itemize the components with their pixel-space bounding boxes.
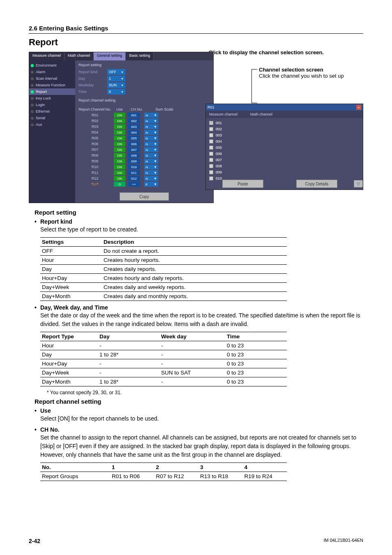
chno-cell[interactable]: 002	[128, 118, 140, 123]
checkbox-icon[interactable]	[209, 146, 213, 150]
list-item[interactable]: 003	[209, 132, 360, 138]
checkbox-icon[interactable]	[209, 133, 213, 137]
nav-environment[interactable]: Environment	[29, 62, 75, 69]
td: Creates daily and weekly reports.	[102, 283, 287, 292]
list-item[interactable]: 006	[209, 150, 360, 157]
chno-cell[interactable]: 001	[128, 113, 140, 118]
checkbox-icon[interactable]: ✓	[209, 121, 213, 125]
list-item[interactable]: 004	[209, 138, 360, 144]
tab-measure-channel[interactable]: Measure channel	[29, 52, 65, 60]
checkbox-icon[interactable]	[209, 139, 213, 143]
on-toggle[interactable]: ON	[114, 164, 125, 169]
sumscale-dropdown[interactable]: /s▼	[144, 170, 158, 175]
nav-login[interactable]: Login	[29, 102, 75, 108]
on-toggle[interactable]: ON	[114, 130, 125, 135]
list-item[interactable]: 008	[209, 163, 360, 169]
tab-basic-setting[interactable]: Basic setting	[126, 52, 154, 60]
on-toggle[interactable]: ON	[114, 124, 125, 129]
checkbox-icon[interactable]	[209, 158, 213, 162]
tab-math-channel[interactable]: Math channel	[65, 52, 94, 60]
desc-report-kind: Select the type of report to be created.	[40, 225, 363, 234]
sumscale-dropdown[interactable]: /s▼	[144, 130, 158, 135]
chno-cell[interactable]: 012	[128, 176, 140, 181]
field-weekday-dropdown[interactable]: SUN▼	[107, 82, 125, 88]
sumscale-dropdown[interactable]: /s▼	[144, 176, 158, 181]
heading-chno: CH No.	[35, 426, 363, 433]
down-arrow-icon[interactable]: ▽	[354, 180, 363, 187]
sumscale-dropdown[interactable]: /s▼	[144, 141, 158, 146]
doc-code: IM 04L21B01-64EN	[323, 538, 363, 544]
group-channel-setting: Report channel setting	[78, 98, 210, 102]
on-toggle[interactable]: ON	[114, 147, 125, 152]
nav-measure-function[interactable]: Measure Function	[29, 82, 75, 88]
checkbox-icon[interactable]	[209, 164, 213, 168]
chno-cell[interactable]: 008	[128, 153, 140, 158]
checkbox-icon[interactable]	[209, 170, 213, 174]
sumscale-dropdown[interactable]: /s▼	[144, 147, 158, 152]
field-label: Day	[78, 76, 107, 81]
sel-window-title: R01	[208, 105, 214, 109]
on-toggle[interactable]: ON	[114, 153, 125, 158]
on-toggle[interactable]: ON	[114, 141, 125, 146]
on-toggle[interactable]: ON	[114, 136, 125, 141]
chno-cell[interactable]: 006	[128, 141, 140, 146]
table-report-kind: SettingsDescription OFFDo not create a r…	[40, 237, 287, 301]
sumscale-dropdown[interactable]: /s▼	[144, 113, 158, 118]
nav-serial[interactable]: Serial	[29, 115, 75, 121]
on-toggle[interactable]: ON	[114, 118, 125, 123]
td: 1 to 28*	[98, 350, 159, 359]
nav-key-lock[interactable]: Key Lock	[29, 95, 75, 102]
sumscale-dropdown[interactable]: /s▼	[144, 118, 158, 123]
chno-cell[interactable]: 011	[128, 170, 140, 175]
on-toggle[interactable]: ON	[114, 159, 125, 164]
nav-aux[interactable]: Aux	[29, 121, 75, 128]
table-row: Day1 to 28*-0 to 23	[40, 350, 287, 359]
list-item[interactable]: ✓001	[209, 120, 360, 126]
td: Creates daily and monthly reports.	[102, 292, 287, 301]
field-label: Report kind	[78, 70, 107, 74]
close-icon[interactable]: ×	[356, 105, 361, 110]
sumscale-dropdown[interactable]: /s▼	[144, 164, 158, 169]
field-day-dropdown[interactable]: 1▼	[107, 76, 125, 81]
paste-button[interactable]: Paste	[222, 180, 263, 188]
td: 0 to 23	[225, 359, 287, 368]
th: No.	[40, 463, 110, 472]
nav-report[interactable]: Report	[29, 88, 75, 95]
chno-cell[interactable]: 007	[128, 147, 140, 152]
list-item[interactable]: 009	[209, 169, 360, 175]
nav-ethernet[interactable]: Ethernet	[29, 108, 75, 115]
field-time-dropdown[interactable]: 0▼	[107, 89, 125, 95]
nav-alarm[interactable]: Alarm	[29, 69, 75, 75]
chno-cell[interactable]: 004	[128, 130, 140, 135]
td: Hour+Day	[40, 359, 98, 368]
on-toggle[interactable]: ON	[114, 176, 125, 181]
report-title: Report	[29, 37, 363, 48]
sumscale-dropdown[interactable]: /s▼	[144, 159, 158, 164]
copy-button[interactable]: Copy	[120, 192, 169, 201]
td: Creates hourly reports.	[102, 256, 287, 265]
td: -	[98, 359, 159, 368]
list-item[interactable]: 007	[209, 157, 360, 163]
chno-cell[interactable]: 010	[128, 164, 140, 169]
field-report-kind-dropdown[interactable]: OFF▼	[107, 69, 125, 75]
list-item[interactable]: 005	[209, 144, 360, 150]
on-toggle[interactable]: ON	[114, 170, 125, 175]
table-row: R06ON006/s▼	[78, 141, 210, 147]
tab-general-setting[interactable]: General setting	[94, 52, 126, 60]
table-row: R02ON002/s▼	[78, 118, 210, 124]
col-measure[interactable]: Measure channel	[209, 112, 250, 116]
on-toggle[interactable]: ON	[114, 113, 125, 118]
chno-cell[interactable]: 009	[128, 159, 140, 164]
sumscale-dropdown[interactable]: /s▼	[144, 136, 158, 141]
checkbox-icon[interactable]	[209, 127, 213, 131]
sumscale-dropdown[interactable]: /s▼	[144, 124, 158, 129]
col-math[interactable]: Math channel	[250, 112, 291, 116]
checkbox-icon[interactable]	[209, 152, 213, 156]
chno-cell[interactable]: 003	[128, 124, 140, 129]
sumscale-dropdown[interactable]: /s▼	[144, 153, 158, 158]
table-row: Hour--0 to 23	[40, 341, 287, 350]
list-item[interactable]: 002	[209, 126, 360, 132]
copy-details-button[interactable]: Copy Details	[296, 180, 337, 188]
chno-cell[interactable]: 005	[128, 136, 140, 141]
nav-scan-interval[interactable]: Scan interval	[29, 75, 75, 82]
